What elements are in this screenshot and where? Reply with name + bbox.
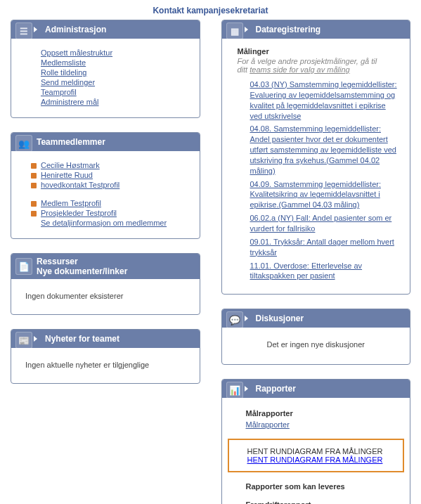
report-sec1-title: Målrapporter: [246, 409, 396, 418]
report-section-mal: Målrapporter Målrapporter: [246, 409, 396, 429]
reports-icon: 📊: [226, 382, 243, 399]
report-section-fremdrift: Fremdriftsrapport se det seneste: [246, 500, 396, 504]
admin-header[interactable]: ☰ Administrasjon: [11, 20, 200, 39]
report-sec1-link[interactable]: Målrapporter: [246, 420, 290, 429]
admin-panel: ☰ Administrasjon Oppsett målestruktur Me…: [11, 20, 200, 118]
admin-link[interactable]: Administrere mål: [41, 98, 99, 106]
discussions-empty-text: Det er ingen nye diskusjoner: [267, 340, 365, 349]
discussions-panel: 💬 Diskusjoner Det er ingen nye diskusjon…: [221, 309, 411, 365]
datareg-icon: ▦: [226, 22, 243, 39]
team-member-link[interactable]: Henirette Ruud: [41, 171, 93, 179]
datareg-note-b: ditt: [238, 65, 250, 74]
team-panel: 👥 Teammedlemmer Cecilie Høstmark Heniret…: [11, 132, 200, 239]
admin-link[interactable]: Medlemsliste: [41, 58, 86, 67]
reports-header[interactable]: 📊 Rapporter: [222, 380, 410, 398]
news-header[interactable]: 📰 Nyheter for teamet: [11, 330, 200, 348]
team-member-list-2: Medlem Testprofil Prosjekleder Testprofi…: [31, 199, 188, 227]
report-sec2-title: HENT RUNDIAGRAM FRA MÅLINGER: [247, 447, 395, 455]
team-title: Teammedlemmer: [37, 137, 105, 147]
page-title: Kontakt kampanjesekretariat: [0, 0, 421, 20]
team-detail-link[interactable]: Se detaljinformasjon om medlemmer: [41, 219, 167, 227]
admin-title: Administrasjon: [45, 25, 106, 34]
report-sec3-title: Rapporter som kan leveres: [246, 482, 396, 491]
resources-title-a: Ressurser: [37, 257, 194, 266]
resources-title-b: Nye dokumenter/linker: [37, 266, 194, 276]
team-member-link[interactable]: Medlem Testprofil: [41, 199, 101, 207]
report-sec2-link[interactable]: HENT RUNDIAGRAM FRA MÅLINGER: [247, 455, 383, 464]
admin-link-list: Oppsett målestruktur Medlemsliste Rolle …: [31, 49, 188, 106]
news-panel: 📰 Nyheter for teamet Ingen aktuelle nyhe…: [11, 329, 200, 384]
news-icon: 📰: [15, 332, 32, 349]
admin-link[interactable]: Send meldinger: [41, 78, 95, 86]
admin-link[interactable]: Rolle tildeling: [41, 68, 86, 77]
reports-panel: 📊 Rapporter Målrapporter Målrapporter HE…: [221, 379, 411, 504]
report-highlight-box: HENT RUNDIAGRAM FRA MÅLINGER HENT RUNDIA…: [228, 439, 405, 472]
report-section-leveres: Rapporter som kan leveres: [246, 482, 396, 491]
resources-icon: 📄: [15, 258, 32, 275]
team-member-link[interactable]: hovedkontakt Testprofil: [41, 181, 119, 189]
admin-link[interactable]: Teamprofil: [41, 88, 77, 96]
team-member-list: Cecilie Høstmark Henirette Ruud hovedkon…: [31, 161, 188, 189]
measurement-link[interactable]: 04.08. Samstemming legemiddellister: And…: [250, 124, 399, 176]
resources-panel: 📄 Ressurser Nye dokumenter/linker Ingen …: [11, 253, 200, 315]
measurement-link[interactable]: 06.02.a (NY) Fall: Andel pasienter som e…: [250, 213, 399, 234]
team-member-link[interactable]: Prosjekleder Testprofil: [41, 209, 117, 217]
team-header[interactable]: 👥 Teammedlemmer: [11, 133, 200, 151]
discussion-icon: 💬: [226, 311, 243, 328]
reports-title: Rapporter: [256, 384, 296, 394]
discussions-title: Diskusjoner: [256, 314, 304, 323]
measurement-link[interactable]: 04.03 (NY) Samstemming legemiddellister:…: [250, 79, 399, 121]
admin-icon: ☰: [15, 22, 32, 39]
measurement-link[interactable]: 09.01. Trykksår: Antall dager mellom hve…: [250, 237, 399, 258]
team-icon: 👥: [15, 135, 32, 152]
datareg-panel: ▦ Dataregistrering Målinger For å velge …: [221, 20, 411, 295]
resources-empty-text: Ingen dokumenter eksisterer: [25, 287, 188, 304]
datareg-title: Dataregistrering: [256, 25, 321, 34]
datareg-header[interactable]: ▦ Dataregistrering: [222, 20, 410, 39]
report-sec4-title: Fremdriftsrapport: [246, 500, 396, 504]
datareg-note: For å velge andre prosjektmålinger, gå t…: [238, 57, 399, 74]
team-member-link[interactable]: Cecilie Høstmark: [41, 161, 100, 169]
discussions-header[interactable]: 💬 Diskusjoner: [222, 309, 410, 328]
measurement-link[interactable]: 11.01. Overdose: Etterlevelse av tiltaks…: [250, 261, 399, 282]
resources-header[interactable]: 📄 Ressurser Nye dokumenter/linker: [11, 254, 200, 279]
admin-link[interactable]: Oppsett målestruktur: [41, 49, 112, 57]
datareg-note-link[interactable]: teams side for valg av måling: [250, 65, 349, 74]
datareg-note-a: For å velge andre prosjektmålinger, gå t…: [238, 57, 377, 65]
news-empty-text: Ingen aktuelle nyheter er tilgjenglige: [25, 356, 188, 373]
measurement-link[interactable]: 04.09. Samstemming legemiddellister: Kva…: [250, 179, 399, 211]
news-title: Nyheter for teamet: [45, 334, 119, 344]
datareg-subtitle: Målinger: [238, 47, 399, 56]
datareg-links: 04.03 (NY) Samstemming legemiddellister:…: [238, 79, 399, 281]
